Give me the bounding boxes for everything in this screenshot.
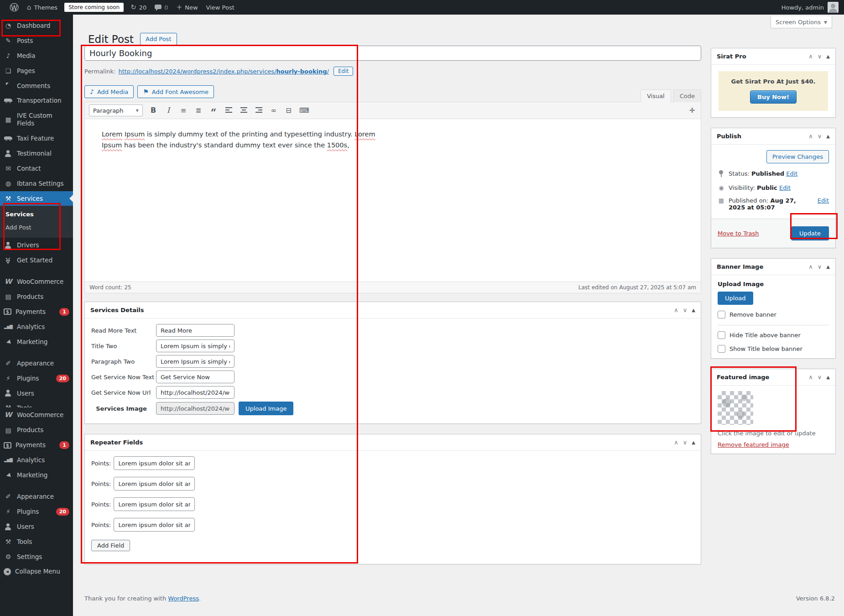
points-input-0[interactable] <box>114 456 195 470</box>
repeater-fields-header[interactable]: Repeater Fields ∧ ∨ ▲ <box>85 434 701 451</box>
publish-header[interactable]: Publish ∧ ∨ ▲ <box>711 128 835 145</box>
sidebar-item-products[interactable]: ▤Products <box>0 289 73 304</box>
sidebar-item-tools-clipped[interactable]: ⚒Tools <box>0 401 73 407</box>
upload-image-button[interactable]: Upload Image <box>239 402 293 415</box>
move-up-icon[interactable]: ∧ <box>808 264 813 270</box>
add-font-awesome-button[interactable]: ⚑ Add Font Awesome <box>137 85 214 98</box>
move-up-icon[interactable]: ∧ <box>674 307 678 313</box>
sidebar-item-marketing[interactable]: ◀Marketing <box>0 334 73 350</box>
sidebar-item-transportation[interactable]: Transportation <box>0 93 73 108</box>
new-content-menu[interactable]: + New <box>172 0 202 15</box>
points-input-1[interactable] <box>114 477 195 491</box>
permalink-link[interactable]: http://localhost/2024/wordpress2/index.p… <box>119 68 329 75</box>
sidebar-item-dashboard[interactable]: ◔Dashboard <box>0 18 73 33</box>
sidebar-item-testimonial[interactable]: Testimonial <box>0 146 73 161</box>
sidebar-subitem-add-post[interactable]: Add Post <box>0 221 73 234</box>
field-input-0[interactable] <box>156 324 234 337</box>
update-button[interactable]: Update <box>791 226 829 240</box>
tab-code[interactable]: Code <box>673 89 701 102</box>
align-center-icon[interactable] <box>239 107 248 114</box>
toggle-panel-icon[interactable]: ▲ <box>692 440 695 445</box>
fullscreen-icon[interactable]: ✛ <box>688 107 697 114</box>
sidebar-item-analytics[interactable]: ▂▅▇Analytics <box>0 319 73 334</box>
site-menu[interactable]: ⌂ Themes <box>23 0 62 15</box>
italic-icon[interactable]: I <box>164 107 173 114</box>
checkbox-row-hide-title-above-banner[interactable]: Hide Title above banner <box>718 331 829 339</box>
sidebar-item-comments[interactable]: Comments <box>0 78 73 94</box>
move-down-icon[interactable]: ∨ <box>818 53 822 59</box>
toggle-panel-icon[interactable]: ▲ <box>826 54 830 59</box>
sidebar-subitem-services-sub[interactable]: Services <box>0 208 73 221</box>
sidebar-item-products-2[interactable]: ▤Products <box>0 423 73 438</box>
sidebar-item-users[interactable]: Users <box>0 386 73 401</box>
tab-visual[interactable]: Visual <box>641 89 671 102</box>
checkbox[interactable] <box>718 311 725 318</box>
blockquote-icon[interactable]: “ <box>209 110 218 115</box>
sidebar-item-appearance-2[interactable]: ✐Appearance <box>0 489 73 504</box>
services-details-header[interactable]: Services Details ∧ ∨ ▲ <box>85 302 701 318</box>
align-right-icon[interactable] <box>254 107 263 114</box>
sidebar-item-tools[interactable]: ⚒Tools <box>0 534 73 549</box>
bold-icon[interactable]: B <box>149 107 158 114</box>
updates-menu[interactable]: ↻ 20 <box>126 0 151 15</box>
checkbox-row-remove-banner[interactable]: Remove banner <box>718 311 829 318</box>
post-title-input[interactable] <box>84 46 701 61</box>
edit-permalink-button[interactable]: Edit <box>333 67 353 76</box>
banner-image-header[interactable]: Banner Image ∧ ∨ ▲ <box>711 259 835 275</box>
move-down-icon[interactable]: ∨ <box>818 133 822 139</box>
sidebar-item-ibtana-settings[interactable]: ◍Ibtana Settings <box>0 176 73 191</box>
sidebar-item-settings[interactable]: ⚙Settings <box>0 549 73 564</box>
sidebar-item-plugins-2[interactable]: ⚡Plugins20 <box>0 504 73 519</box>
move-up-icon[interactable]: ∧ <box>808 374 813 380</box>
howdy-admin-menu[interactable]: Howdy, admin <box>781 4 824 11</box>
sidebar-item-drivers[interactable]: Drivers <box>0 238 73 253</box>
bulleted-list-icon[interactable]: ≡ <box>179 107 188 114</box>
edit-status-link[interactable]: Edit <box>786 170 797 177</box>
edit-visibility-link[interactable]: Edit <box>779 184 791 191</box>
checkbox[interactable] <box>718 345 725 353</box>
featured-image-thumbnail[interactable] <box>718 391 753 425</box>
edit-date-link[interactable]: Edit <box>818 197 829 204</box>
insert-link-icon[interactable]: ∞ <box>269 107 278 114</box>
keyboard-shortcuts-icon[interactable]: ⌨ <box>299 107 309 114</box>
move-up-icon[interactable]: ∧ <box>808 53 813 59</box>
sidebar-item-ive-custom-fields[interactable]: ▦IVE Custom Fields <box>0 108 73 131</box>
editor-content-area[interactable]: Lorem Ipsum is simply dummy text of the … <box>85 119 701 282</box>
points-input-3[interactable] <box>114 518 195 532</box>
screen-options-button[interactable]: Screen Options ▼ <box>771 16 832 28</box>
field-input-4[interactable] <box>156 386 234 399</box>
user-avatar[interactable] <box>828 2 839 13</box>
checkbox[interactable] <box>718 331 725 339</box>
wp-logo-menu[interactable]: Ⓦ <box>5 0 23 15</box>
toggle-panel-icon[interactable]: ▲ <box>826 134 830 139</box>
points-input-2[interactable] <box>114 497 195 511</box>
comments-menu[interactable]: 0 <box>151 0 172 15</box>
checkbox-row-show-title-below-banner[interactable]: Show Title below banner <box>718 345 829 353</box>
sidebar-item-appearance[interactable]: ✐Appearance <box>0 356 73 371</box>
sidebar-item-users-2[interactable]: Users <box>0 519 73 534</box>
move-down-icon[interactable]: ∨ <box>818 264 822 270</box>
sidebar-item-plugins[interactable]: ⚡Plugins20 <box>0 371 73 386</box>
read-more-icon[interactable]: ⊟ <box>284 107 293 114</box>
sidebar-item-services[interactable]: ⚒Services <box>0 191 73 206</box>
upload-banner-button[interactable]: Upload <box>718 292 753 305</box>
sidebar-item-woocommerce-2[interactable]: WWooCommerce <box>0 407 73 423</box>
move-down-icon[interactable]: ∨ <box>818 374 822 380</box>
numbered-list-icon[interactable]: ≣ <box>194 107 203 114</box>
move-to-trash-link[interactable]: Move to Trash <box>718 230 759 237</box>
toggle-panel-icon[interactable]: ▲ <box>826 375 830 380</box>
sidebar-item-collapse-menu[interactable]: ◂Collapse Menu <box>0 564 73 579</box>
toggle-panel-icon[interactable]: ▲ <box>692 308 695 313</box>
move-down-icon[interactable]: ∨ <box>683 307 688 313</box>
sidebar-item-pages[interactable]: ❏Pages <box>0 63 73 78</box>
align-left-icon[interactable] <box>224 107 233 114</box>
sidebar-item-taxi-feature[interactable]: Taxi Feature <box>0 131 73 146</box>
field-input-2[interactable] <box>156 355 234 368</box>
sidebar-item-marketing-2[interactable]: ◀Marketing <box>0 468 73 483</box>
add-field-button[interactable]: Add Field <box>91 540 130 551</box>
sidebar-item-get-started[interactable]: ≫Get Started <box>0 253 73 268</box>
sidebar-item-analytics-2[interactable]: ▂▅▇Analytics <box>0 453 73 468</box>
field-input-1[interactable] <box>156 339 234 352</box>
format-select[interactable]: Paragraph ▼ <box>89 104 143 116</box>
sidebar-item-woocommerce[interactable]: WWooCommerce <box>0 274 73 289</box>
